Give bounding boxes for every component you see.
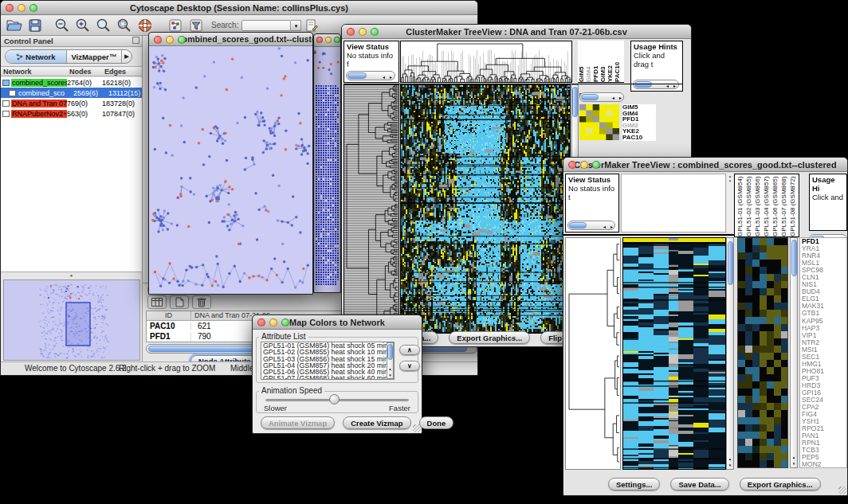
scroll-right-arrow[interactable]: ▸	[619, 95, 622, 100]
vscroll-thumb[interactable]	[791, 240, 797, 276]
tab-network[interactable]: Network	[6, 50, 66, 63]
attribute-item[interactable]: GPL51-07 (GSM868) heat shock 60 min	[263, 375, 394, 380]
scroll-down-arrow[interactable]: ▾	[727, 463, 733, 467]
attribute-item[interactable]: GPL51-01 (GSM854) heat shock 05 min	[263, 342, 394, 349]
tv1-hints-hscroll[interactable]: ◂ ▸	[633, 80, 679, 89]
scroll-left-arrow[interactable]: ◂	[383, 73, 385, 80]
gene-label[interactable]: RNR4	[802, 252, 846, 260]
tv2-status-hscroll[interactable]: ◂ ▸	[567, 221, 615, 230]
scroll-down-arrow[interactable]: ▾	[791, 461, 797, 466]
gene-label[interactable]: MAK31	[802, 303, 846, 310]
zoom-in-icon[interactable]	[73, 17, 93, 34]
done-button[interactable]: Done	[419, 416, 454, 429]
search-dropdown-arrow[interactable]: ▾	[291, 20, 301, 31]
attribute-item[interactable]: GPL51-02 (GSM855) heat shock 10 min	[263, 349, 394, 355]
export-graphics-button[interactable]: Export Graphics...	[449, 331, 530, 344]
close-button[interactable]	[347, 28, 355, 36]
zoom-button[interactable]	[178, 36, 186, 44]
vscroll-thumb[interactable]	[572, 87, 578, 117]
tv1-row-dendrogram[interactable]	[344, 84, 399, 334]
tab-overflow-arrow[interactable]: ▶	[121, 50, 132, 63]
save-data-button[interactable]: Save Data...	[670, 478, 728, 490]
animate-vizmap-button[interactable]: Animate Vizmap	[261, 416, 335, 429]
tv2-row-dendrogram-canvas[interactable]	[566, 238, 620, 469]
minimize-button[interactable]	[580, 161, 588, 169]
gene-label[interactable]: SPC98	[802, 267, 846, 274]
gene-label[interactable]: TCB3	[802, 447, 846, 454]
attribute-table-icon[interactable]	[147, 295, 167, 309]
gene-label[interactable]: PFD1	[802, 238, 846, 245]
tv1-column-dendrogram-canvas[interactable]	[401, 41, 571, 82]
gene-label[interactable]: HRD3	[802, 382, 846, 389]
scroll-down-arrow[interactable]: ▾	[387, 373, 393, 377]
minimize-button[interactable]	[325, 37, 332, 43]
gene-label[interactable]: HAP3	[802, 325, 846, 332]
scroll-right-arrow[interactable]: ▸	[390, 73, 392, 80]
tv1-heatmap[interactable]	[400, 84, 571, 334]
vscroll-thumb[interactable]	[728, 241, 733, 285]
save-icon[interactable]	[25, 17, 45, 34]
tv1-detail-matrix[interactable]	[579, 104, 619, 140]
main-titlebar[interactable]: Cytoscape Desktop (Session Name: collins…	[1, 1, 477, 15]
open-file-icon[interactable]	[4, 17, 25, 34]
gene-label[interactable]: MSI1	[802, 346, 846, 354]
tv1-mini-toolbar-icons[interactable]	[579, 86, 624, 91]
tv2-column-tree-area[interactable]	[621, 174, 726, 232]
attribute-list-vscroll[interactable]: ▴ ▾	[387, 342, 394, 379]
minimize-button[interactable]	[166, 36, 174, 44]
export-graphics-button[interactable]: Export Graphics...	[740, 478, 821, 490]
panel-resize-handle[interactable]: ●	[1, 272, 142, 279]
close-button[interactable]	[316, 37, 323, 43]
scroll-up-arrow[interactable]: ▴	[387, 366, 393, 371]
delete-attribute-icon[interactable]	[192, 295, 211, 309]
gene-label[interactable]: SEC1	[802, 354, 846, 361]
create-vizmap-button[interactable]: Create Vizmap	[343, 416, 410, 429]
network-canvas[interactable]	[149, 46, 312, 294]
network-row[interactable]: combined_scores2764(0)16218(0)	[1, 77, 142, 88]
resize-grip[interactable]	[413, 424, 421, 432]
gene-label[interactable]: KAP95	[802, 318, 846, 325]
gene-label[interactable]: NIS1	[802, 281, 846, 288]
float-panel-icon[interactable]	[132, 37, 139, 44]
move-up-button[interactable]: ∧	[399, 345, 420, 355]
gene-label[interactable]: CLN1	[802, 274, 846, 281]
tv2-heatmap[interactable]	[622, 237, 726, 470]
tab-vizmapper[interactable]: VizMapper™	[66, 50, 122, 63]
tv2-detail-heatmap[interactable]	[737, 237, 788, 468]
close-button[interactable]	[6, 4, 14, 12]
gene-label[interactable]: PAN1	[802, 432, 846, 440]
id-column-header[interactable]: ID	[147, 311, 191, 320]
tv2-vscrollbar[interactable]: ▴ ▾	[726, 237, 734, 470]
network-canvas-2[interactable]	[314, 47, 340, 292]
scroll-right-arrow[interactable]: ▸	[610, 223, 613, 230]
gene-label[interactable]: PUF3	[802, 375, 846, 382]
col-network[interactable]: Network	[1, 68, 69, 76]
search-input[interactable]	[241, 20, 291, 31]
tv1-detail-hscroll[interactable]: ◂ ▸	[579, 92, 624, 102]
treeview2-titlebar[interactable]: ClusterMaker TreeView : combined_scores_…	[563, 158, 847, 172]
gene-label[interactable]: ELG1	[802, 295, 846, 303]
tv1-column-dendrogram[interactable]	[400, 41, 572, 83]
tv1-row-dendrogram-canvas[interactable]	[344, 85, 398, 333]
animation-slider-thumb[interactable]	[329, 394, 340, 404]
close-button[interactable]	[257, 318, 265, 326]
network-row[interactable]: combined_sco2569(6)13112(15)	[1, 88, 142, 98]
gene-label[interactable]: GTB1	[802, 310, 846, 317]
gene-label[interactable]: GPI16	[802, 389, 846, 397]
zoom-button[interactable]	[592, 161, 600, 169]
tv2-detail-vscrollbar[interactable]: ▴ ▾	[790, 237, 798, 468]
network-overview-panel[interactable]	[3, 279, 140, 361]
gene-label[interactable]: RPN1	[802, 440, 846, 447]
zoom-fit-icon[interactable]	[93, 17, 114, 34]
move-down-button[interactable]: ∨	[399, 361, 420, 371]
gene-label[interactable]: FIG4	[802, 411, 846, 418]
tv2-row-dendrogram[interactable]	[565, 237, 621, 470]
minimize-button[interactable]	[359, 28, 367, 36]
minimize-button[interactable]	[18, 4, 26, 12]
attribute-item[interactable]: GPL51-06 (GSM865) heat shock 40 min	[263, 369, 394, 375]
attribute-item[interactable]: GPL51-03 (GSM856) heat shock 15 min	[263, 356, 394, 362]
new-attribute-icon[interactable]	[170, 295, 189, 309]
scroll-left-arrow[interactable]: ◂	[612, 95, 614, 100]
vscroll-thumb[interactable]	[387, 344, 393, 360]
gene-label[interactable]: VIP1	[802, 332, 846, 339]
